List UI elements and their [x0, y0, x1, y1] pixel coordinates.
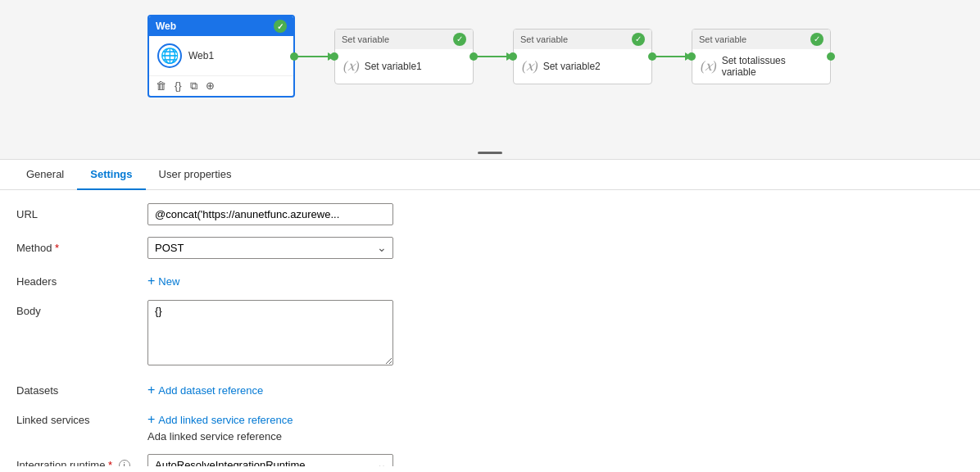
setvariable2-header: Set variable ✓ [514, 30, 651, 49]
web-node-footer[interactable]: 🗑 {} ⧉ ⊕ [149, 75, 293, 96]
setvariable3-output-port [827, 52, 835, 61]
web-node-label: Web1 [188, 50, 214, 61]
web-node-body: 🌐 Web1 [149, 36, 293, 75]
body-textarea[interactable]: {} [147, 300, 393, 365]
datasets-control: + Add dataset reference [147, 379, 393, 397]
arrow-line-1 [295, 56, 328, 57]
integration-runtime-select[interactable]: AutoResolveIntegrationRuntime [147, 454, 393, 466]
connector-2 [474, 52, 513, 61]
delete-icon[interactable]: 🗑 [156, 79, 166, 93]
setvariable1-check: ✓ [453, 33, 466, 46]
tab-userprops[interactable]: User properties [146, 160, 245, 190]
setvariable3-input-port [687, 52, 696, 61]
web-node-title: Web [156, 20, 176, 32]
globe-icon: 🌐 [157, 43, 182, 68]
setvariable3-node[interactable]: Set variable ✓ (𝑥) Set totalissues varia… [692, 29, 831, 84]
linked-services-control: + Add linked service reference Ada linke… [147, 409, 393, 442]
plus-icon-linked: + [147, 412, 155, 427]
arrow-line-2 [474, 56, 506, 57]
integration-runtime-select-wrapper: AutoResolveIntegrationRuntime [147, 454, 393, 466]
variable-icon-1: (𝑥) [343, 58, 360, 74]
connector-1 [295, 52, 334, 61]
add-header-button[interactable]: + New [147, 270, 179, 288]
setvariable2-node[interactable]: Set variable ✓ (𝑥) Set variable2 [513, 29, 652, 84]
setvariable3-header-label: Set variable [699, 34, 746, 44]
integration-runtime-control: AutoResolveIntegrationRuntime [147, 454, 393, 466]
setvariable1-label: Set variable1 [365, 61, 422, 72]
setvariable2-body: (𝑥) Set variable2 [514, 49, 651, 84]
integration-runtime-label: Integration runtime * i [16, 454, 147, 466]
setvariable1-header-label: Set variable [342, 34, 389, 44]
headers-row: Headers + New [16, 270, 964, 288]
add-header-label: New [158, 275, 179, 288]
code-icon[interactable]: {} [175, 79, 182, 93]
link-icon[interactable]: ⊕ [206, 79, 215, 93]
setvariable3-body: (𝑥) Set totalissues variable [692, 49, 830, 84]
info-icon[interactable]: i [119, 460, 130, 466]
setvariable2-output-port [648, 52, 656, 61]
setvariable2-check: ✓ [632, 33, 645, 46]
add-linked-service-label: Add linked service reference [158, 414, 293, 426]
web-node-header: Web ✓ [149, 16, 293, 36]
web-node-check: ✓ [274, 20, 287, 33]
tab-settings[interactable]: Settings [77, 160, 145, 190]
setvariable2-label: Set variable2 [543, 61, 601, 72]
setvariable1-body: (𝑥) Set variable1 [335, 49, 473, 84]
setvariable2-input-port [509, 52, 517, 61]
add-dataset-label: Add dataset reference [158, 384, 263, 397]
url-row: URL [16, 203, 964, 225]
copy-icon[interactable]: ⧉ [190, 79, 197, 93]
linked-services-label: Linked services [16, 409, 147, 426]
plus-icon-datasets: + [147, 383, 155, 397]
tab-general[interactable]: General [13, 160, 77, 190]
integration-runtime-label-text: Integration runtime [16, 459, 105, 466]
web-node-output-port [290, 52, 298, 61]
integration-runtime-row: Integration runtime * i AutoResolveInteg… [16, 454, 964, 466]
url-label: URL [16, 203, 147, 220]
headers-label: Headers [16, 270, 147, 288]
minimize-bar[interactable] [478, 150, 502, 157]
method-select-wrapper: POST GET PUT DELETE PATCH [147, 237, 393, 259]
settings-form: URL Method POST GET PUT DELETE PATCH Hea… [0, 190, 980, 466]
arrow-line-3 [652, 56, 685, 57]
pipeline-nodes-container: Web ✓ 🌐 Web1 🗑 {} ⧉ ⊕ Set variable [147, 15, 831, 98]
setvariable1-header: Set variable ✓ [335, 30, 473, 49]
variable-icon-3: (𝑥) [701, 58, 717, 74]
setvariable3-header: Set variable ✓ [692, 30, 830, 49]
method-select[interactable]: POST GET PUT DELETE PATCH [147, 237, 393, 259]
datasets-label: Datasets [16, 379, 147, 397]
body-row: Body {} [16, 300, 964, 368]
pipeline-canvas: Web ✓ 🌐 Web1 🗑 {} ⧉ ⊕ Set variable [0, 0, 980, 160]
setvariable3-check: ✓ [810, 33, 823, 46]
method-row: Method POST GET PUT DELETE PATCH [16, 237, 964, 259]
setvariable3-label: Set totalissues variable [722, 55, 822, 78]
tabs-bar: General Settings User properties [0, 160, 980, 190]
method-control: POST GET PUT DELETE PATCH [147, 237, 393, 259]
minimize-dash [478, 152, 502, 154]
required-asterisk: * [108, 459, 112, 466]
variable-icon-2: (𝑥) [522, 58, 538, 74]
linked-service-item: Ada linked service reference [147, 430, 393, 442]
url-input[interactable] [147, 203, 393, 225]
body-label: Body [16, 300, 147, 317]
linked-services-row: Linked services + Add linked service ref… [16, 409, 964, 442]
body-control: {} [147, 300, 393, 368]
plus-icon-headers: + [147, 274, 155, 288]
headers-control: + New [147, 270, 393, 288]
web-node[interactable]: Web ✓ 🌐 Web1 🗑 {} ⧉ ⊕ [147, 15, 295, 98]
datasets-row: Datasets + Add dataset reference [16, 379, 964, 397]
setvariable1-output-port [470, 52, 478, 61]
add-dataset-button[interactable]: + Add dataset reference [147, 379, 263, 397]
setvariable2-header-label: Set variable [520, 34, 568, 44]
method-label: Method [16, 237, 147, 254]
add-linked-service-button[interactable]: + Add linked service reference [147, 409, 293, 427]
url-control [147, 203, 393, 225]
connector-3 [652, 52, 692, 61]
setvariable1-input-port [330, 52, 338, 61]
setvariable1-node[interactable]: Set variable ✓ (𝑥) Set variable1 [334, 29, 474, 84]
